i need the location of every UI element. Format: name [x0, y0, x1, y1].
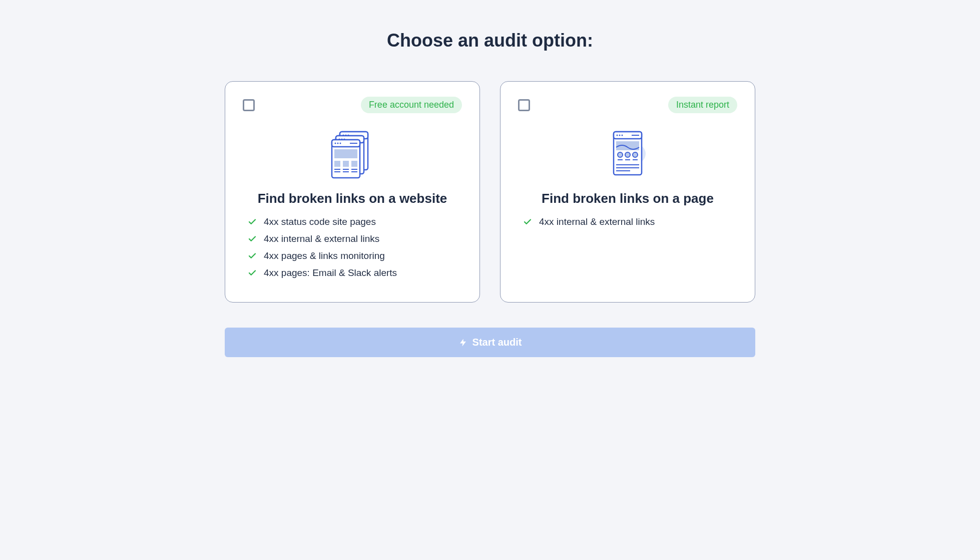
check-icon [523, 217, 532, 226]
card-header: Free account needed [243, 97, 462, 113]
feature-text: 4xx pages: Email & Slack alerts [264, 267, 397, 278]
svg-point-13 [335, 143, 336, 144]
feature-text: 4xx pages & links monitoring [264, 250, 385, 261]
card-title-website: Find broken links on a website [243, 191, 462, 206]
svg-point-31 [619, 135, 621, 136]
svg-point-37 [633, 152, 638, 157]
feature-list-website: 4xx status code site pages 4xx internal … [243, 216, 462, 278]
start-audit-button[interactable]: Start audit [225, 328, 755, 357]
cards-row: Free account needed [225, 81, 755, 303]
svg-point-30 [617, 135, 618, 136]
badge-free-account: Free account needed [361, 97, 462, 113]
feature-item: 4xx internal & external links [248, 233, 457, 244]
feature-text: 4xx status code site pages [264, 216, 376, 227]
card-website-audit[interactable]: Free account needed [225, 81, 480, 303]
card-page-audit[interactable]: Instant report [500, 81, 755, 303]
feature-list-page: 4xx internal & external links [518, 216, 737, 227]
page-title: Choose an audit option: [225, 30, 755, 51]
check-icon [248, 251, 257, 260]
checkbox-website[interactable] [243, 99, 255, 111]
card-title-page: Find broken links on a page [518, 191, 737, 206]
svg-point-36 [625, 152, 630, 157]
multi-page-illustration [243, 126, 462, 181]
bolt-icon [458, 338, 467, 347]
card-header: Instant report [518, 97, 737, 113]
svg-point-32 [622, 135, 623, 136]
svg-rect-20 [351, 161, 357, 167]
svg-point-35 [618, 152, 623, 157]
feature-item: 4xx pages & links monitoring [248, 250, 457, 261]
check-icon [248, 268, 257, 277]
svg-point-14 [337, 143, 339, 144]
start-audit-label: Start audit [472, 337, 522, 348]
feature-item: 4xx status code site pages [248, 216, 457, 227]
badge-instant-report: Instant report [668, 97, 737, 113]
svg-rect-18 [334, 161, 340, 167]
feature-item: 4xx pages: Email & Slack alerts [248, 267, 457, 278]
svg-rect-17 [334, 149, 357, 158]
checkbox-page[interactable] [518, 99, 530, 111]
svg-rect-19 [343, 161, 349, 167]
feature-text: 4xx internal & external links [264, 233, 379, 244]
feature-text: 4xx internal & external links [539, 216, 655, 227]
single-page-illustration [518, 126, 737, 181]
check-icon [248, 217, 257, 226]
feature-item: 4xx internal & external links [523, 216, 732, 227]
svg-point-15 [340, 143, 341, 144]
check-icon [248, 234, 257, 243]
